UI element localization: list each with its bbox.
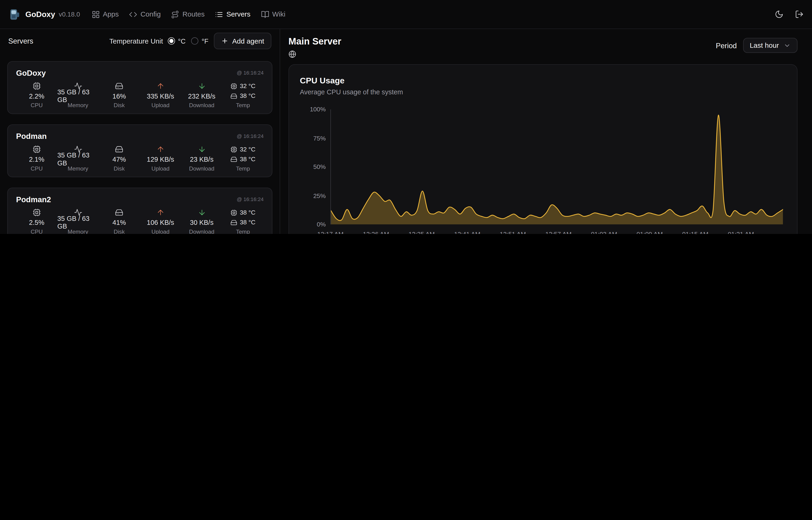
temp-label: Temp xyxy=(236,164,250,172)
nav-label: Wiki xyxy=(272,10,285,18)
nav-item-servers[interactable]: Servers xyxy=(213,7,253,21)
x-axis-tick: 12:26 AM xyxy=(363,231,389,234)
x-axis-tick: 01:03 AM xyxy=(591,231,617,234)
server-card-podman[interactable]: Podman @ 16:16:24 2.1% CPU 35 GB / 63 GB… xyxy=(7,124,272,177)
server-list-icon xyxy=(215,10,223,19)
arrow-up-icon xyxy=(156,144,165,154)
cpu-temp-value: 32 °C xyxy=(240,82,255,90)
period-label: Period xyxy=(716,41,737,50)
chart-subtitle: Average CPU usage of the system xyxy=(300,88,797,96)
cpu-label: CPU xyxy=(31,101,43,108)
cpu-value: 2.1% xyxy=(29,154,45,164)
unit-celsius-radio[interactable]: °C xyxy=(168,37,186,45)
download-label: Download xyxy=(189,101,215,108)
arrow-down-icon xyxy=(198,144,206,154)
cpu-temp-row: 32 °C xyxy=(230,81,255,91)
x-axis-tick: 12:35 AM xyxy=(409,231,435,234)
servers-panel: Servers Temperature Unit °C °F Add agent xyxy=(0,29,280,234)
cpu-stat: 2.2% CPU xyxy=(16,81,57,108)
nav-item-routes[interactable]: Routes xyxy=(169,7,207,21)
navbar: GoDoxy v0.18.0 Apps Config Routes Server… xyxy=(0,0,812,29)
memory-value: 35 GB / 63 GB xyxy=(57,154,99,164)
book-icon xyxy=(261,10,269,19)
unit-celsius-label: °C xyxy=(178,37,186,45)
download-label: Download xyxy=(189,227,215,234)
period-value: Last hour xyxy=(750,42,779,49)
temp-stat: 38 °C 38 °C Temp xyxy=(222,207,263,234)
server-card-podman2[interactable]: Podman2 @ 16:16:24 2.5% CPU 35 GB / 63 G… xyxy=(7,187,272,234)
grid-icon xyxy=(91,10,100,19)
moon-icon xyxy=(775,10,784,19)
disk-stat: 47% Disk xyxy=(99,144,140,172)
cpu-label: CPU xyxy=(31,227,43,234)
cpu-label: CPU xyxy=(31,164,43,172)
download-label: Download xyxy=(189,164,215,172)
temp-stat: 32 °C 38 °C Temp xyxy=(222,81,263,108)
y-axis-tick: 0% xyxy=(317,221,326,228)
globe-icon xyxy=(288,50,341,58)
cpu-temp-value: 38 °C xyxy=(240,209,255,216)
nav-item-config[interactable]: Config xyxy=(127,7,163,21)
memory-label: Memory xyxy=(68,164,88,172)
godoxy-logo xyxy=(8,8,21,20)
disk-stat: 16% Disk xyxy=(99,81,140,108)
y-axis-tick: 100% xyxy=(310,106,326,113)
temp-stat: 32 °C 38 °C Temp xyxy=(222,144,263,172)
memory-stat: 35 GB / 63 GB Memory xyxy=(57,144,99,172)
hard-drive-icon xyxy=(115,144,123,154)
cpu-usage-plot[interactable]: 100%75%50%25%0% xyxy=(330,109,783,224)
server-name: GoDoxy xyxy=(16,68,46,77)
temp-label: Temp xyxy=(236,101,250,108)
unit-fahrenheit-radio[interactable]: °F xyxy=(191,37,208,45)
upload-label: Upload xyxy=(151,227,169,234)
logout-button[interactable] xyxy=(795,10,804,19)
disk-temp-value: 38 °C xyxy=(240,92,255,100)
disk-temp-row: 38 °C xyxy=(230,217,255,227)
memory-label: Memory xyxy=(68,227,88,234)
nav-label: Routes xyxy=(183,10,205,18)
plus-icon xyxy=(221,37,229,45)
disk-value: 41% xyxy=(112,217,126,227)
upload-value: 335 KB/s xyxy=(147,91,174,101)
hard-drive-icon xyxy=(115,81,123,91)
x-axis-tick: 12:17 AM xyxy=(317,231,344,234)
upload-value: 129 KB/s xyxy=(147,154,174,164)
main-nav: Apps Config Routes Servers Wiki xyxy=(89,7,287,21)
disk-temp-row: 38 °C xyxy=(230,91,255,101)
disk-label: Disk xyxy=(114,227,125,234)
temp-label: Temp xyxy=(236,227,250,234)
disk-temp-row: 38 °C xyxy=(230,154,255,164)
app-window: GoDoxy v0.18.0 Apps Config Routes Server… xyxy=(0,0,812,234)
page-title: Main Server xyxy=(288,36,341,47)
cpu-temp-value: 32 °C xyxy=(240,146,255,153)
disk-label: Disk xyxy=(114,164,125,172)
upload-label: Upload xyxy=(151,164,169,172)
radio-selected-icon xyxy=(168,37,175,45)
nav-item-apps[interactable]: Apps xyxy=(89,7,121,21)
server-card-godoxy[interactable]: GoDoxy @ 16:16:24 2.2% CPU 35 GB / 63 GB… xyxy=(7,61,272,114)
y-axis-tick: 75% xyxy=(313,134,326,141)
cpu-stat: 2.5% CPU xyxy=(16,207,57,234)
memory-label: Memory xyxy=(68,101,88,108)
cpu-chip-icon xyxy=(33,207,41,217)
x-axis-tick: 12:41 AM xyxy=(454,231,480,234)
nav-item-wiki[interactable]: Wiki xyxy=(259,7,287,21)
hard-drive-icon xyxy=(230,219,237,226)
theme-toggle-button[interactable] xyxy=(775,10,784,19)
nav-label: Config xyxy=(141,10,161,18)
download-stat: 23 KB/s Download xyxy=(181,144,222,172)
chart-title: CPU Usage xyxy=(300,76,797,85)
period-select[interactable]: Last hour xyxy=(743,38,797,53)
arrow-up-icon xyxy=(156,207,165,217)
hard-drive-icon xyxy=(115,207,123,217)
brand-name: GoDoxy xyxy=(25,10,55,19)
memory-value: 35 GB / 63 GB xyxy=(57,217,99,227)
memory-value: 35 GB / 63 GB xyxy=(57,91,99,101)
server-detail-panel: Main Server Period Last hour CPU Usage A… xyxy=(280,29,812,234)
upload-label: Upload xyxy=(151,101,169,108)
cpu-temp-row: 32 °C xyxy=(230,144,255,154)
unit-fahrenheit-label: °F xyxy=(202,37,208,45)
add-agent-button[interactable]: Add agent xyxy=(214,33,272,49)
server-name: Podman2 xyxy=(16,194,51,203)
memory-stat: 35 GB / 63 GB Memory xyxy=(57,81,99,108)
